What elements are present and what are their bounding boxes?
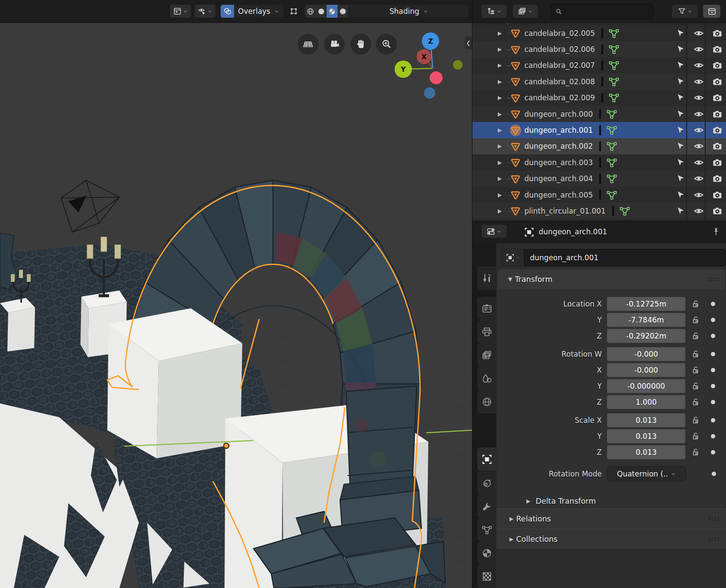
sidebar-toggle[interactable]: ❮ [465,36,472,49]
value-field[interactable]: -0.000000 [607,379,685,393]
disable-in-render-icon[interactable] [708,60,726,70]
selectable-icon[interactable] [671,93,690,102]
disable-in-render-icon[interactable] [708,206,726,216]
selectable-icon[interactable] [671,190,690,200]
outliner-row[interactable]: ▶ candelabra_02.007 [472,58,726,74]
selectable-icon[interactable] [671,141,690,151]
selectable-icon[interactable] [671,77,690,86]
value-field[interactable]: 0.013 [607,413,685,427]
disable-in-render-icon[interactable] [708,44,726,54]
value-field[interactable]: 1.000 [607,395,685,409]
expand-arrow-icon[interactable]: ▶ [496,143,503,149]
tab-world[interactable] [477,390,496,413]
outliner-row[interactable]: ▶ dungeon_arch.001 [472,122,726,138]
value-field[interactable]: 0.013 [607,445,685,459]
outliner-row[interactable]: ▶ candelabra_02.005 [472,25,726,41]
selectable-icon[interactable] [671,29,690,38]
disable-in-render-icon[interactable] [708,109,726,119]
navigation-gizmo[interactable]: Z X Y [392,30,469,104]
value-field[interactable]: -0.000 [607,363,685,377]
properties-editor-type-button[interactable] [482,225,507,238]
expand-arrow-icon[interactable]: ▶ [496,62,503,68]
lock-open-icon[interactable] [691,315,700,325]
axis-minus-z-ball[interactable] [424,87,435,99]
lock-open-icon[interactable] [691,381,700,391]
value-field[interactable]: -7.7846m [607,313,685,327]
axis-minus-y-ball[interactable] [453,60,463,70]
outliner-row[interactable]: ▶ dungeon_arch.003 [472,154,726,170]
panel-grip[interactable] [708,517,720,521]
animate-dot[interactable] [711,334,715,338]
lock-open-icon[interactable] [691,349,700,359]
axis-z-ball[interactable]: Z [422,32,439,50]
toggle-perspective-button[interactable] [298,34,318,54]
tab-texture[interactable] [477,565,496,588]
outliner-search[interactable] [551,4,653,19]
axis-minus-x-ball[interactable] [430,71,443,84]
lock-open-icon[interactable] [691,331,700,341]
disable-in-render-icon[interactable] [708,157,726,168]
tab-object[interactable] [477,447,496,471]
delta-transform-header[interactable]: ▶ Delta Transform [524,492,596,510]
disable-in-render-icon[interactable] [708,125,726,135]
disable-in-render-icon[interactable] [708,93,726,103]
tab-scene[interactable] [477,367,496,390]
animate-dot[interactable] [711,302,715,306]
animate-dot[interactable] [711,318,715,322]
animate-dot[interactable] [712,472,716,476]
rotation-mode-dropdown[interactable]: Quaternion (.. [607,466,686,482]
3d-viewport[interactable]: Overlays Shading [0,0,472,588]
tab-render[interactable] [477,297,496,320]
object-origin-dot[interactable] [224,443,229,448]
expand-arrow-icon[interactable]: ▶ [496,111,503,117]
lock-open-icon[interactable] [691,299,700,309]
shading-solid-button[interactable] [316,5,327,18]
expand-arrow-icon[interactable]: ▶ [496,127,503,133]
animate-dot[interactable] [711,352,715,356]
animate-dot[interactable] [711,384,715,388]
outliner-row[interactable]: ▶ dungeon_arch.000 [472,106,726,122]
axis-x-ball[interactable]: X [417,49,431,64]
lock-open-icon[interactable] [691,431,700,441]
outliner-row[interactable]: ▶ plinth_circular_01.001 [472,203,726,219]
expand-arrow-icon[interactable]: ▶ [496,95,503,101]
outliner-row[interactable]: ▶ dungeon_arch.002 [472,138,726,154]
animate-dot[interactable] [711,368,715,372]
arch-right-leg[interactable] [340,386,421,537]
panel-grip[interactable] [708,537,720,541]
tab-output[interactable] [477,320,496,343]
animate-dot[interactable] [711,418,715,422]
relations-panel-header[interactable]: ▶ Relations [496,508,726,529]
display-mode-button[interactable] [482,5,507,18]
outliner-row[interactable]: ▶ dungeon_arch.004 [472,171,726,187]
lock-open-icon[interactable] [691,397,700,407]
axis-y-ball[interactable]: Y [395,61,412,78]
pin-icon[interactable] [711,227,721,236]
selectable-icon[interactable] [671,158,690,167]
disable-in-render-icon[interactable] [708,77,726,87]
expand-arrow-icon[interactable]: ▶ [496,160,503,166]
expand-arrow-icon[interactable]: ▶ [496,208,503,214]
selectable-icon[interactable] [671,206,690,216]
disable-in-render-icon[interactable] [708,28,726,38]
selectable-icon[interactable] [671,109,690,119]
object-name-field[interactable]: dungeon_arch.001 [524,249,726,266]
pan-view-button[interactable] [350,34,371,54]
collections-panel-header[interactable]: ▶ Collections [496,529,726,550]
filter-button[interactable] [672,5,698,18]
expand-arrow-icon[interactable]: ▶ [496,176,503,182]
value-field[interactable]: -0.12725m [607,297,685,311]
disable-in-render-icon[interactable] [708,173,726,184]
lock-open-icon[interactable] [691,415,700,425]
outliner-row[interactable]: ▶ candelabra_02.006 [472,41,726,57]
camera-view-button[interactable] [324,34,345,54]
expand-arrow-icon[interactable]: ▶ [496,30,503,36]
shading-wireframe-button[interactable] [305,5,316,18]
show-gizmo-button[interactable] [195,5,215,18]
shading-dropdown[interactable]: Shading [349,5,469,18]
filter-display-button[interactable] [513,5,538,18]
outliner-options-button[interactable] [703,5,720,18]
tab-view-layer[interactable] [477,343,496,367]
disable-in-render-icon[interactable] [708,141,726,151]
object-id-button[interactable] [501,249,524,266]
